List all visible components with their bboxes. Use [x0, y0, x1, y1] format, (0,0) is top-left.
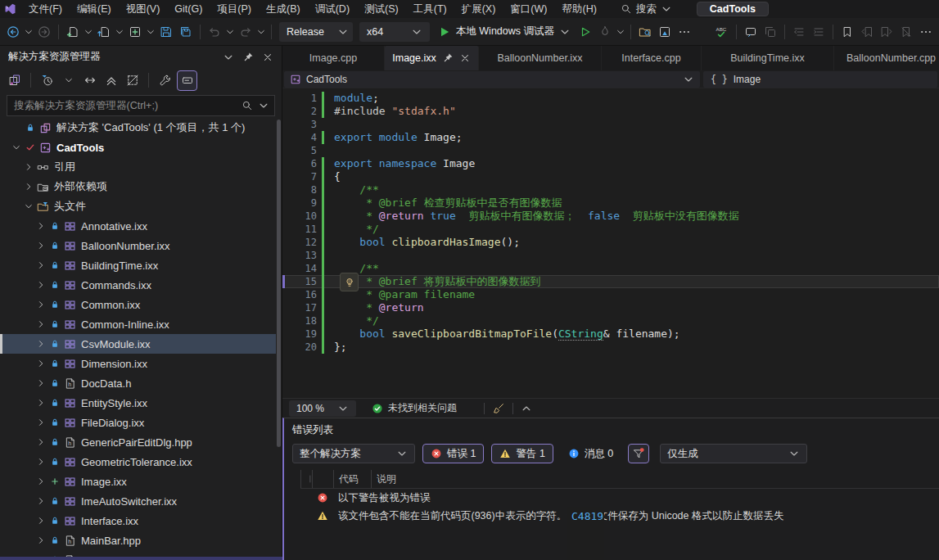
menu-item-b[interactable]: 生成(B) — [259, 0, 308, 18]
chevron-down-icon[interactable] — [615, 22, 626, 42]
redo-icon[interactable] — [236, 22, 255, 42]
code-line-10[interactable]: 10 * @return true 剪贴板中有图像数据； false 剪贴板中没… — [282, 210, 939, 223]
new-file-icon[interactable] — [63, 22, 83, 42]
chevron-up-icon[interactable] — [521, 403, 532, 414]
code-line-18[interactable]: 18 */ — [282, 314, 939, 327]
wrench-icon[interactable] — [156, 71, 174, 90]
tree-item-common-ixx[interactable]: Common.ixx — [0, 295, 276, 314]
chevron-right-icon[interactable] — [34, 398, 47, 408]
menu-item-v[interactable]: 视图(V) — [119, 0, 168, 18]
severity-column-header[interactable] — [312, 470, 333, 488]
collapse-all-icon[interactable] — [102, 71, 120, 90]
tree-item-filedialog-ixx[interactable]: FileDialog.ixx — [0, 413, 276, 432]
zoom-dropdown[interactable]: 100 % — [289, 400, 356, 417]
code-line-8[interactable]: 8 /** — [282, 183, 939, 196]
chevron-down-icon[interactable] — [114, 22, 125, 42]
search-control[interactable]: 搜索 — [617, 2, 675, 16]
tab-balloonnumber-ixx[interactable]: BalloonNumber.ixx — [479, 46, 602, 70]
filter-button[interactable] — [628, 444, 649, 463]
platform-dropdown[interactable]: x64 — [359, 22, 430, 42]
code-column-header[interactable]: 代码 — [333, 470, 371, 488]
bookmark-prev-icon[interactable] — [857, 22, 877, 42]
menu-item-s[interactable]: 测试(S) — [357, 0, 406, 18]
start-debugging-button[interactable]: 本地 Windows 调试器 — [438, 25, 571, 38]
member-scope-dropdown[interactable]: { } Image — [703, 71, 937, 88]
open-file-icon[interactable] — [94, 22, 114, 42]
build-filter-dropdown[interactable]: 仅生成 — [660, 444, 807, 463]
preview-toggle-icon[interactable] — [177, 70, 197, 91]
processes-icon[interactable] — [655, 22, 675, 42]
error-row-c2220[interactable]: C2220以下警告被视为错误 — [284, 489, 939, 507]
description-column-header[interactable]: 说明 — [371, 470, 939, 488]
tree-item-annotative-ixx[interactable]: Annotative.ixx — [0, 216, 276, 236]
code-line-19[interactable]: 19 bool saveClipboardBitmapToFile(CStrin… — [282, 327, 939, 341]
save-icon[interactable] — [156, 22, 176, 42]
tree-item-balloonnumber-ixx[interactable]: BalloonNumber.ixx — [0, 236, 276, 255]
chevron-right-icon[interactable] — [34, 496, 47, 506]
find-in-files-icon[interactable] — [635, 22, 655, 42]
chevron-down-icon[interactable] — [255, 22, 267, 42]
add-item-icon[interactable] — [125, 22, 145, 42]
play-outline-icon[interactable] — [576, 22, 595, 42]
chevron-right-icon[interactable] — [34, 241, 47, 251]
tree-item-dimension-ixx[interactable]: Dimension.ixx — [0, 354, 276, 373]
chevron-down-icon[interactable] — [224, 22, 236, 42]
info-filter-button[interactable]: 消息 0 — [561, 444, 621, 463]
code-line-16[interactable]: 16 * @param filename — [282, 288, 939, 301]
tab-image-cpp[interactable]: Image.cpp — [282, 46, 385, 70]
project-scope-dropdown[interactable]: CadTools — [284, 71, 700, 88]
ellipsis-icon[interactable] — [916, 22, 936, 42]
code-line-4[interactable]: 4export module Image; — [282, 131, 939, 144]
nav-forward-icon[interactable] — [34, 22, 54, 42]
menu-item-gitg[interactable]: Git(G) — [167, 0, 210, 18]
code-line-13[interactable]: 13 — [282, 249, 939, 262]
spellcheck-icon[interactable]: ABC — [712, 22, 732, 42]
tree-item-imeautoswitcher-ixx[interactable]: ImeAutoSwitcher.ixx — [0, 491, 276, 511]
pending-icon[interactable] — [38, 71, 56, 90]
chevron-right-icon[interactable] — [34, 535, 47, 545]
tree-item-geometrictolerance-ixx[interactable]: GeometricTolerance.ixx — [0, 452, 276, 472]
chevron-right-icon[interactable] — [22, 162, 35, 172]
menu-item-e[interactable]: 编辑(E) — [70, 0, 119, 18]
copy-icon[interactable] — [761, 22, 780, 42]
code-line-6[interactable]: 6export namespace Image — [282, 157, 939, 170]
undo-icon[interactable] — [205, 22, 224, 42]
chevron-right-icon[interactable] — [22, 182, 35, 192]
document-health-indicator[interactable]: 未找到相关问题 — [372, 401, 457, 415]
code-line-17[interactable]: 17 * @return — [282, 301, 939, 314]
chevron-right-icon[interactable] — [34, 516, 47, 526]
tree-item-头文件[interactable]: 头文件 — [0, 196, 276, 216]
ellipsis-icon[interactable] — [675, 22, 694, 42]
chevron-down-icon[interactable] — [10, 142, 23, 152]
error-row-c4819[interactable]: C4819该文件包含不能在当前代码页(936)中表示的字符。请将该文件保存为 U… — [284, 507, 939, 525]
code-line-15[interactable]: 15 * @brief 将剪贴板中的图像数据到 — [282, 275, 939, 288]
menu-item-x[interactable]: 扩展(X) — [454, 0, 503, 18]
solution-search-box[interactable] — [7, 95, 275, 116]
chevron-down-icon[interactable] — [258, 100, 269, 111]
chevron-right-icon[interactable] — [34, 457, 47, 467]
error-filter-button[interactable]: 错误 1 — [422, 444, 484, 463]
tree-item-解决方案-cadtools-1-个项目-共-1-个-[interactable]: 解决方案 'CadTools' (1 个项目，共 1 个) — [0, 118, 276, 138]
menu-item-d[interactable]: 调试(D) — [308, 0, 357, 18]
doc-switch-icon[interactable] — [5, 71, 24, 90]
tree-item-commands-ixx[interactable]: Commands.ixx — [0, 275, 276, 295]
tree-item-entitystyle-ixx[interactable]: EntityStyle.ixx — [0, 393, 276, 413]
tab-image-ixx[interactable]: Image.ixx — [385, 46, 479, 70]
bookmark-clear-icon[interactable] — [896, 22, 916, 42]
panel-menu-chevron-icon[interactable] — [223, 52, 234, 63]
menu-item-f[interactable]: 文件(F) — [21, 0, 70, 18]
tree-item-mainbar-hpp[interactable]: hMainBar.hpp — [0, 531, 276, 550]
configuration-dropdown[interactable]: Release — [279, 22, 353, 42]
tree-item-csvmodule-ixx[interactable]: CsvModule.ixx — [0, 334, 276, 354]
code-line-11[interactable]: 11 */ — [282, 223, 939, 236]
tree-item-common-inline-ixx[interactable]: Common-Inline.ixx — [0, 314, 276, 334]
chevron-right-icon[interactable] — [34, 476, 47, 486]
menu-item-w[interactable]: 窗口(W) — [503, 0, 554, 18]
code-line-5[interactable]: 5 — [282, 144, 939, 157]
chevron-down-icon[interactable] — [83, 22, 94, 42]
chevron-down-icon[interactable] — [145, 22, 156, 42]
code-line-9[interactable]: 9 * @brief 检查剪贴板中是否有图像数据 — [282, 196, 939, 210]
indent-icon[interactable] — [809, 22, 828, 42]
chevron-right-icon[interactable] — [34, 260, 47, 270]
pin-icon[interactable] — [242, 52, 254, 63]
